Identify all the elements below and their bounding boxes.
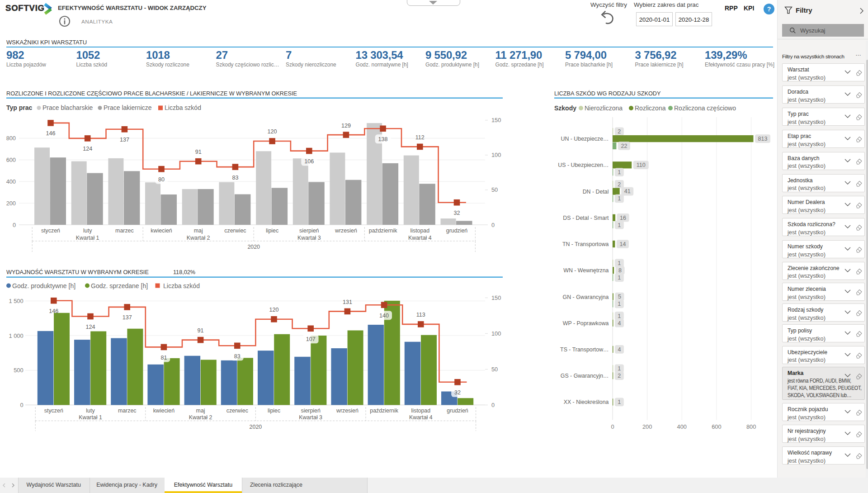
svg-text:400: 400 — [677, 423, 687, 430]
svg-text:czerwiec: czerwiec — [224, 228, 246, 234]
svg-text:91: 91 — [198, 327, 204, 334]
svg-text:TN - Transportowa: TN - Transportowa — [562, 241, 609, 247]
svg-text:137: 137 — [123, 314, 132, 321]
svg-text:wrzesień: wrzesień — [336, 408, 359, 414]
svg-text:Prace lakiernicze: Prace lakiernicze — [104, 104, 152, 111]
svg-text:GN - Gwarancyjna: GN - Gwarancyjna — [563, 294, 609, 300]
svg-text:200: 200 — [6, 200, 16, 207]
svg-text:1: 1 — [618, 301, 621, 307]
svg-text:ROZLICZONE I ROZLICZONE CZĘŚCI: ROZLICZONE I ROZLICZONE CZĘŚCIOWO PRACE … — [6, 90, 297, 97]
svg-text:WYDAJNOŚĆ WARSZTATU W WYBRANYM: WYDAJNOŚĆ WARSZTATU W WYBRANYM OKRESIE — [6, 269, 149, 275]
svg-text:Nierozliczona: Nierozliczona — [585, 104, 623, 112]
svg-text:118,02%: 118,02% — [173, 269, 195, 275]
svg-text:Liczba szkód: Liczba szkód — [163, 282, 200, 289]
svg-text:1: 1 — [618, 275, 621, 281]
svg-text:0: 0 — [491, 402, 495, 408]
svg-text:sierpień: sierpień — [301, 408, 321, 414]
svg-text:maj: maj — [194, 228, 203, 234]
svg-text:TS - Transportow…: TS - Transportow… — [560, 346, 609, 353]
svg-text:1: 1 — [618, 222, 621, 228]
svg-text:4: 4 — [618, 320, 621, 327]
svg-text:styczeń: styczeń — [41, 228, 60, 234]
svg-text:maj: maj — [196, 408, 205, 414]
svg-text:1: 1 — [618, 260, 621, 266]
svg-text:113: 113 — [416, 312, 425, 318]
svg-text:150: 150 — [491, 117, 501, 123]
svg-text:WP - Poprawkowa: WP - Poprawkowa — [563, 320, 609, 327]
svg-text:LICZBA SZKÓD WG RODZAJU SZKODY: LICZBA SZKÓD WG RODZAJU SZKODY — [554, 90, 661, 97]
svg-text:83: 83 — [234, 353, 241, 360]
svg-text:100: 100 — [491, 152, 501, 158]
svg-text:50: 50 — [491, 186, 498, 193]
svg-text:100: 100 — [491, 330, 501, 337]
svg-text:Kwartał 1: Kwartał 1 — [79, 414, 102, 421]
svg-text:800: 800 — [746, 423, 756, 430]
svg-text:110: 110 — [637, 162, 646, 168]
svg-text:czerwiec: czerwiec — [226, 408, 248, 414]
svg-text:1: 1 — [618, 313, 621, 319]
svg-text:120: 120 — [269, 307, 278, 313]
svg-text:106: 106 — [304, 158, 314, 165]
svg-text:32: 32 — [453, 210, 460, 216]
svg-text:129: 129 — [341, 123, 351, 129]
svg-text:1: 1 — [618, 195, 621, 202]
svg-text:2: 2 — [618, 128, 621, 135]
svg-text:400: 400 — [6, 178, 16, 185]
svg-text:Rozliczona częściowo: Rozliczona częściowo — [674, 104, 736, 112]
svg-text:Kwartał 1: Kwartał 1 — [76, 235, 99, 241]
svg-text:marzec: marzec — [115, 228, 134, 234]
svg-text:800: 800 — [6, 135, 16, 142]
svg-text:2020: 2020 — [247, 244, 260, 250]
svg-text:120: 120 — [268, 128, 277, 135]
svg-text:grudzień: grudzień — [446, 228, 468, 234]
svg-text:813: 813 — [758, 136, 767, 142]
svg-text:sierpień: sierpień — [299, 228, 319, 234]
svg-text:WN - Wewnętrzna: WN - Wewnętrzna — [563, 267, 609, 274]
svg-text:0: 0 — [13, 222, 16, 228]
svg-text:41: 41 — [624, 188, 631, 194]
svg-text:91: 91 — [195, 149, 202, 155]
svg-text:4: 4 — [618, 346, 621, 353]
svg-text:500: 500 — [14, 367, 23, 374]
svg-text:styczeń: styczeń — [44, 408, 63, 414]
svg-text:5: 5 — [618, 294, 621, 300]
svg-text:50: 50 — [491, 366, 498, 373]
svg-text:październik: październik — [369, 228, 397, 234]
svg-text:16: 16 — [620, 215, 626, 221]
svg-text:138: 138 — [378, 136, 388, 142]
svg-text:137: 137 — [120, 137, 129, 143]
svg-text:Typ prac: Typ prac — [6, 104, 33, 111]
svg-text:2: 2 — [618, 181, 621, 188]
svg-text:81: 81 — [160, 355, 167, 361]
svg-text:US - Ubezpieczen…: US - Ubezpieczen… — [558, 162, 609, 168]
svg-text:1 500: 1 500 — [9, 298, 24, 304]
svg-text:600: 600 — [712, 423, 721, 430]
svg-text:XX - Nieokreślona: XX - Nieokreślona — [564, 399, 609, 405]
svg-text:2: 2 — [618, 373, 621, 379]
svg-text:Kwartał 3: Kwartał 3 — [297, 235, 321, 241]
svg-text:DN - Detal: DN - Detal — [583, 189, 609, 195]
svg-text:Szkody: Szkody — [554, 104, 576, 112]
svg-text:140: 140 — [379, 313, 389, 319]
svg-text:listopad: listopad — [411, 408, 430, 414]
svg-text:146: 146 — [46, 130, 55, 137]
svg-text:lipiec: lipiec — [266, 228, 278, 234]
svg-text:112: 112 — [415, 134, 425, 141]
svg-text:146: 146 — [49, 308, 58, 314]
svg-text:GS - Gwarancyjn…: GS - Gwarancyjn… — [561, 373, 609, 379]
svg-text:200: 200 — [642, 423, 652, 430]
svg-text:107: 107 — [306, 336, 316, 342]
svg-text:150: 150 — [491, 294, 501, 301]
svg-text:Kwartał 4: Kwartał 4 — [408, 235, 432, 241]
svg-text:0: 0 — [20, 402, 23, 408]
svg-text:131: 131 — [343, 299, 352, 305]
svg-text:14: 14 — [619, 241, 626, 247]
svg-text:124: 124 — [83, 146, 92, 152]
svg-text:luty: luty — [86, 408, 95, 414]
svg-text:1: 1 — [618, 169, 621, 175]
svg-text:1: 1 — [618, 399, 621, 405]
svg-text:luty: luty — [83, 228, 92, 234]
svg-text:Kwartał 3: Kwartał 3 — [299, 414, 322, 421]
svg-text:Kwartał 2: Kwartał 2 — [189, 414, 212, 421]
svg-text:lipiec: lipiec — [268, 408, 280, 414]
